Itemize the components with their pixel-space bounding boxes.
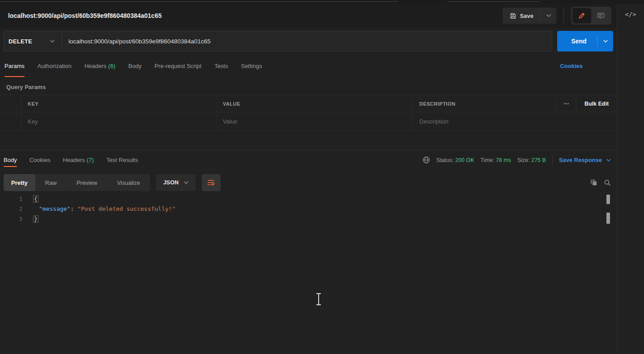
view-preview-button[interactable]: Preview bbox=[67, 174, 107, 191]
query-params-title: Query Params bbox=[6, 84, 617, 90]
response-body-editor[interactable]: 1 { 2 "message": "Post deleted successfu… bbox=[0, 191, 617, 354]
format-dropdown[interactable]: JSON bbox=[156, 174, 196, 191]
value-cell bbox=[217, 112, 413, 130]
cookies-link[interactable]: Cookies bbox=[560, 63, 583, 69]
view-mode-segmented-control: Pretty Raw Preview Visualize bbox=[4, 174, 150, 191]
tab-params[interactable]: Params bbox=[4, 55, 25, 77]
bulk-edit-button[interactable]: Bulk Edit bbox=[584, 101, 609, 107]
copy-icon[interactable] bbox=[590, 179, 597, 186]
send-button-label: Send bbox=[557, 38, 597, 45]
key-cell bbox=[21, 112, 217, 130]
response-tab-cookies[interactable]: Cookies bbox=[30, 150, 51, 170]
method-label: DELETE bbox=[9, 38, 32, 45]
save-button-group: Save bbox=[503, 8, 556, 24]
view-pretty-button[interactable]: Pretty bbox=[4, 174, 35, 191]
tab-strip-segment bbox=[448, 1, 540, 2]
description-cell bbox=[413, 112, 617, 130]
json-colon-token: : bbox=[70, 205, 77, 212]
doc-comment-toggle bbox=[571, 7, 611, 25]
edit-pencil-toggle[interactable] bbox=[572, 8, 591, 23]
tab-authorization-label: Authorization bbox=[38, 63, 72, 69]
workspace-tab-strip[interactable] bbox=[0, 0, 644, 4]
editor-scrollbar[interactable] bbox=[606, 213, 610, 224]
response-tab-body[interactable]: Body bbox=[4, 150, 17, 170]
tab-tests-label: Tests bbox=[214, 63, 228, 69]
json-value-token: "Post deleted successfully!" bbox=[77, 205, 175, 212]
size-value: 275 B bbox=[531, 157, 546, 163]
headers-count-badge: (6) bbox=[108, 63, 115, 69]
tab-headers-label: Headers bbox=[85, 63, 107, 69]
response-meta: Status: 200 OK Time: 78 ms Size: 275 B S… bbox=[422, 156, 611, 165]
tab-tests[interactable]: Tests bbox=[214, 55, 228, 77]
save-button[interactable]: Save bbox=[503, 8, 541, 24]
size-badge: Size: 275 B bbox=[517, 157, 546, 163]
text-cursor bbox=[315, 292, 322, 306]
response-tab-cookies-label: Cookies bbox=[30, 157, 51, 163]
line-number: 1 bbox=[0, 196, 22, 202]
send-button[interactable]: Send bbox=[557, 31, 613, 51]
query-params-empty-row bbox=[0, 112, 617, 131]
code-snippet-icon[interactable]: </> bbox=[625, 11, 636, 18]
tab-body[interactable]: Body bbox=[128, 55, 142, 77]
request-header-bar: localhost:9000/api/post/60b359e9f8604803… bbox=[0, 4, 617, 28]
tab-prerequest-script[interactable]: Pre-request Script bbox=[154, 55, 201, 77]
chevron-down-icon bbox=[50, 40, 55, 43]
tab-headers[interactable]: Headers (6) bbox=[85, 55, 115, 77]
column-header-value: VALUE bbox=[217, 95, 413, 112]
more-options-icon[interactable]: ••• bbox=[564, 102, 569, 106]
params-more-options-cell: ••• bbox=[557, 95, 576, 112]
response-header: Body Cookies Headers (7) Test Results bbox=[0, 150, 617, 170]
tab-body-label: Body bbox=[128, 63, 142, 69]
response-tab-headers[interactable]: Headers (7) bbox=[63, 150, 94, 170]
status-value: 200 OK bbox=[455, 157, 474, 163]
response-headers-count-badge: (7) bbox=[87, 157, 94, 163]
search-icon[interactable] bbox=[604, 179, 611, 186]
key-input[interactable] bbox=[28, 118, 217, 125]
tab-settings[interactable]: Settings bbox=[241, 55, 262, 77]
request-url-row: DELETE Send bbox=[0, 28, 617, 55]
comments-toggle[interactable] bbox=[591, 8, 610, 23]
tab-params-label: Params bbox=[4, 63, 25, 69]
wrap-lines-icon bbox=[207, 179, 215, 186]
value-input[interactable] bbox=[223, 118, 413, 125]
send-options-caret[interactable] bbox=[597, 36, 613, 47]
open-brace-token: { bbox=[33, 195, 38, 203]
header-actions: Save bbox=[503, 7, 611, 25]
format-dropdown-label: JSON bbox=[163, 179, 179, 186]
row-checkbox-cell bbox=[0, 112, 21, 130]
time-badge: Time: 78 ms bbox=[481, 157, 511, 163]
tab-settings-label: Settings bbox=[241, 63, 262, 69]
time-value: 78 ms bbox=[496, 157, 511, 163]
response-tab-body-label: Body bbox=[4, 157, 17, 163]
response-tab-test-results[interactable]: Test Results bbox=[107, 150, 138, 170]
request-title: localhost:9000/api/post/60b359e9f8604803… bbox=[8, 12, 503, 19]
url-input[interactable] bbox=[62, 31, 552, 51]
description-input[interactable] bbox=[419, 118, 617, 125]
tab-authorization[interactable]: Authorization bbox=[38, 55, 72, 77]
view-visualize-button[interactable]: Visualize bbox=[107, 174, 150, 191]
save-button-label: Save bbox=[520, 13, 533, 19]
query-params-header-row: KEY VALUE DESCRIPTION ••• Bulk Edit bbox=[0, 95, 617, 112]
postman-app: localhost:9000/api/post/60b359e9f8604803… bbox=[0, 0, 644, 354]
response-tab-test-results-label: Test Results bbox=[107, 157, 138, 163]
wrap-lines-button[interactable] bbox=[202, 174, 221, 191]
close-brace-token: } bbox=[33, 215, 38, 223]
tab-strip-segment bbox=[0, 1, 398, 2]
tab-prerequest-label: Pre-request Script bbox=[154, 63, 201, 69]
network-globe-icon[interactable] bbox=[422, 156, 430, 164]
line-number: 2 bbox=[0, 205, 22, 212]
column-header-key: KEY bbox=[21, 95, 217, 112]
save-response-button[interactable]: Save Response bbox=[559, 157, 611, 163]
status-badge: Status: 200 OK bbox=[436, 157, 474, 163]
column-header-description: DESCRIPTION bbox=[413, 95, 557, 112]
meta-separator bbox=[552, 156, 553, 165]
response-actions bbox=[590, 179, 611, 186]
method-selector[interactable]: DELETE bbox=[4, 31, 62, 51]
save-response-label: Save Response bbox=[559, 157, 602, 163]
line-number: 3 bbox=[0, 216, 22, 222]
save-options-caret[interactable] bbox=[541, 8, 556, 24]
chevron-down-icon bbox=[184, 181, 188, 184]
editor-scrollbar[interactable] bbox=[606, 195, 610, 204]
view-raw-button[interactable]: Raw bbox=[35, 174, 67, 191]
url-container: DELETE bbox=[4, 31, 552, 51]
